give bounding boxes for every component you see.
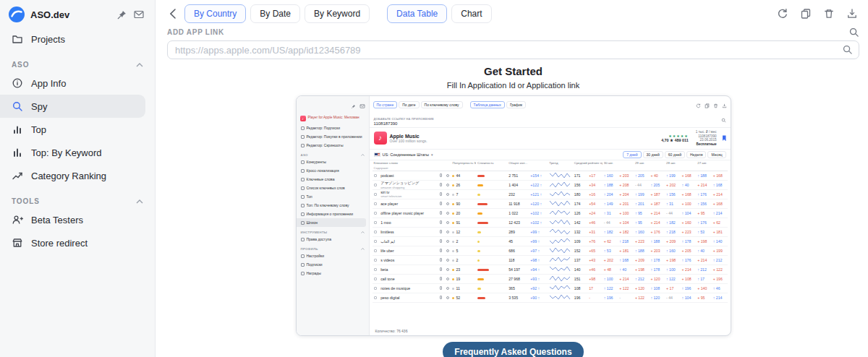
popularity-value: 20 (456, 211, 460, 215)
section-tools: TOOLS (0, 187, 155, 208)
date-value-cell: ↑ 204 (603, 189, 618, 199)
avg-delta-cell: 17 (587, 283, 602, 293)
table-filter-row: Содержит (373, 165, 728, 171)
mini-trash-icon (713, 98, 718, 111)
difficulty-cell (476, 236, 507, 246)
mini-tab-chip-label: По ключевому слову (425, 103, 459, 107)
keyword-row: call tone 19 27 968 +93 ↑ 151 +98 ↑ 100 … (373, 274, 728, 283)
sidebar-item-projects[interactable]: Projects (0, 27, 155, 51)
trend-cell (548, 255, 573, 264)
tab-chip[interactable]: By Date (250, 4, 300, 23)
tab-chip-label: By Country (194, 9, 237, 19)
popularity-dot (452, 278, 454, 280)
copy-icon[interactable] (800, 8, 812, 20)
date-value-cell: + 202 (603, 255, 618, 264)
sidebar-item-spy[interactable]: Spy (0, 95, 145, 118)
date-value-cell: ↑ 188 (696, 171, 712, 180)
popularity-dot (452, 212, 454, 215)
faq-button[interactable]: Frequently Asked Questions (443, 342, 583, 357)
date-value-cell: ↑ 104 (681, 293, 697, 302)
popularity-dot (452, 297, 454, 299)
date-value-cell: + 100 (618, 208, 634, 218)
avg-delta-cell: +31 (587, 227, 602, 236)
sidebar-item-store-redirect[interactable]: Store redirect (0, 231, 155, 254)
mini-profile-items: НастройкиПодпискиНаграды (297, 251, 369, 278)
trash-icon[interactable] (823, 8, 835, 20)
checkbox-cell (373, 199, 380, 208)
app-link-input[interactable] (167, 40, 859, 59)
change-cell: +102 ↑ (529, 218, 548, 227)
mini-item-label: Топ (307, 194, 312, 199)
date-value-cell: + 17 (665, 283, 681, 293)
sidebar-item-label: Category Ranking (31, 171, 106, 181)
filter-header-cell (573, 165, 587, 171)
date-value-cell: + 160 (681, 218, 697, 227)
sidebar-item-beta-testers[interactable]: Beta Testers (0, 208, 155, 231)
hint-cell (445, 218, 451, 227)
mini-sidebar-item: Награды (297, 269, 369, 278)
date-value-cell: ↑ 178 (649, 264, 665, 274)
popularity-value: 12 (456, 230, 460, 234)
col-date: 28 авг. (665, 160, 696, 165)
difficulty-bar (477, 269, 489, 271)
mini-app-meta: 1 тыс. ₽ / мес 1108187390 23.06.2015 Бес… (696, 130, 717, 147)
collapse-icon[interactable] (136, 63, 143, 67)
mini-item-label: Редактор: Скриншоты (307, 143, 344, 147)
mini-section-tools: ИНСТРУМЕНТЫ (297, 227, 369, 235)
date-value-cell: + 214 (618, 274, 634, 283)
refresh-icon[interactable] (777, 8, 788, 20)
date-value-cell: - 44 (665, 293, 681, 302)
device-cell (438, 180, 445, 189)
avg-rank-cell: 109 (573, 236, 587, 246)
date-value-cell: + 214 (696, 180, 712, 189)
date-value-cell: ↑ 212 (712, 255, 728, 264)
sidebar: ASO.dev Projects ASO App Info (0, 0, 156, 357)
sidebar-item-category-ranking[interactable]: Category Ranking (0, 164, 155, 187)
search-icon[interactable] (848, 27, 859, 38)
hint-cell (445, 236, 451, 246)
date-value-cell: ↑ 31 (665, 199, 681, 208)
device-cell (438, 171, 445, 180)
mini-tab-chip-label: Таблица данных (474, 103, 501, 107)
avg-rank-cell: 156 (573, 180, 587, 189)
keyword-row: siri tvsmart television 7 232 +121 ↑ 180… (373, 189, 728, 199)
sidebar-item-top[interactable]: Top (0, 118, 155, 141)
keyword-row: limitless 12 289 +99 ↑ 132 +31 ↑ 182 + 1… (373, 227, 728, 236)
keyword-row: offline player music player 20 1 022 +10… (373, 208, 728, 218)
difficulty-bar (477, 222, 488, 224)
mini-item-icon (301, 186, 305, 190)
bar-chart-icon (12, 124, 23, 135)
mail-icon[interactable] (133, 9, 145, 20)
sidebar-item-app-info[interactable]: App Info (0, 72, 155, 95)
tab-chip[interactable]: Chart (451, 4, 491, 23)
popularity-cell: 11 (451, 283, 476, 293)
pin-icon[interactable] (116, 9, 127, 20)
row-checkbox (374, 202, 377, 205)
popularity-dot (452, 288, 454, 290)
date-value-cell: ↑ 156 (665, 189, 681, 199)
mini-section-aso: ASO (297, 150, 369, 158)
sidebar-item-top-by-keyword[interactable]: Top: By Keyword (0, 141, 155, 164)
hint-icon (446, 221, 449, 224)
collapse-icon[interactable] (136, 199, 143, 204)
date-value-cell: ↑ 182 (665, 218, 681, 227)
tab-chip[interactable]: By Country (184, 4, 246, 23)
rating-line: 4,70 ★ 489 011 (661, 138, 689, 142)
sparkline (549, 218, 571, 226)
tab-chip[interactable]: By Keyword (305, 4, 370, 23)
popularity-value: 52 (456, 296, 460, 300)
date-value-cell: + 181 (712, 227, 728, 236)
filter-header-cell: Содержит (373, 165, 451, 171)
hint-cell (445, 255, 451, 264)
device-cell (438, 264, 445, 274)
input-search-icon[interactable] (842, 44, 853, 58)
difficulty-cell (476, 180, 507, 189)
mini-section-label: ПРОФИЛЬ (301, 247, 318, 251)
tab-chip[interactable]: Data Table (387, 4, 447, 23)
sidebar-item-label: Beta Testers (31, 215, 83, 225)
hint-cell (445, 283, 451, 293)
app-title: ASO.dev (30, 9, 111, 20)
date-value-cell: ↑ 95 (634, 218, 650, 227)
back-icon[interactable] (167, 9, 179, 19)
download-icon[interactable] (846, 8, 858, 20)
